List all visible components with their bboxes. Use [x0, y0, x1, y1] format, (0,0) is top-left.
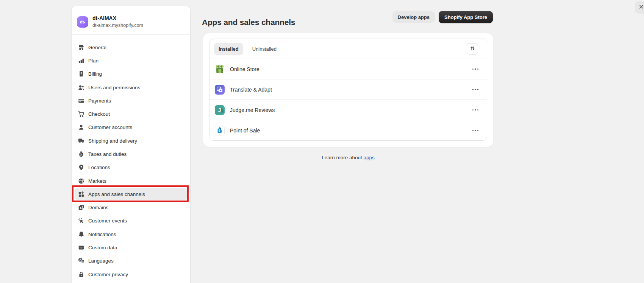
app-row-point-of-sale[interactable]: SPoint of Sale	[209, 120, 487, 140]
app-name: Judge.me Reviews	[230, 107, 275, 113]
learn-more-text: Learn more about apps	[203, 155, 493, 160]
sidebar-item-label: General	[88, 45, 106, 50]
sidebar-item-label: Billing	[88, 71, 102, 77]
sidebar-item-label: Apps and sales channels	[88, 191, 145, 197]
tab-installed[interactable]: Installed	[214, 43, 243, 55]
develop-apps-button[interactable]: Develop apps	[392, 11, 435, 23]
apps-list-box: InstalledUninstalled Online StoreTransla…	[209, 39, 487, 141]
sidebar-item-label: Languages	[88, 258, 114, 264]
apps-grid-icon	[78, 191, 84, 197]
settings-nav: GeneralPlanBillingUsers and permissionsP…	[72, 35, 190, 283]
tax-bag-icon	[78, 151, 84, 158]
sidebar-item-label: Custom data	[88, 245, 117, 250]
tab-uninstalled[interactable]: Uninstalled	[252, 46, 277, 52]
sidebar-item-label: Markets	[88, 178, 106, 184]
sidebar-item-label: Notifications	[88, 232, 116, 237]
close-button[interactable]	[635, 1, 644, 14]
svg-text:J: J	[218, 107, 221, 113]
sidebar-item-users-and-permissions[interactable]: Users and permissions	[75, 81, 187, 93]
credit-card-icon	[78, 97, 84, 104]
app-name: Online Store	[230, 66, 259, 72]
svg-text:S: S	[218, 129, 220, 132]
page-title: Apps and sales channels	[202, 18, 295, 27]
settings-sidebar: dt- dt-AIMAX dt-aimax.myshopify.com Gene…	[71, 6, 191, 283]
store-avatar: dt-	[77, 16, 88, 28]
sidebar-item-label: Customer privacy	[88, 272, 128, 277]
app-row-judge-me-reviews[interactable]: JJudge.me Reviews	[209, 100, 487, 120]
translate-adapt-icon	[215, 85, 225, 95]
apps-rows: Online StoreTranslate & AdaptJJudge.me R…	[209, 59, 487, 140]
sidebar-item-custom-data[interactable]: Custom data	[75, 242, 187, 254]
sidebar-item-languages[interactable]: ALanguages	[75, 255, 187, 267]
store-name: dt-AIMAX	[92, 15, 143, 22]
sidebar-item-domains[interactable]: Domains	[75, 202, 187, 214]
settings-modal-page: { "store": { "initials": "dt-", "name": …	[0, 0, 644, 283]
chart-icon	[78, 57, 84, 64]
row-actions-ellipsis-button[interactable]	[472, 66, 480, 72]
sidebar-item-label: Users and permissions	[88, 85, 140, 90]
cursor-click-icon	[78, 218, 84, 224]
sidebar-item-shipping-and-delivery[interactable]: Shipping and delivery	[75, 135, 187, 147]
cart-icon	[78, 111, 84, 118]
sidebar-item-label: Taxes and duties	[88, 151, 127, 157]
sidebar-item-checkout[interactable]: Checkout	[75, 108, 187, 120]
online-store-icon	[215, 64, 225, 74]
sidebar-item-label: Domains	[88, 205, 108, 210]
app-name: Translate & Adapt	[230, 87, 272, 93]
app-row-online-store[interactable]: Online Store	[209, 59, 487, 79]
sidebar-item-label: Customer accounts	[88, 124, 132, 130]
sidebar-item-customer-events[interactable]: Customer events	[75, 215, 187, 227]
sidebar-item-label: Customer events	[88, 218, 127, 224]
shopify-app-store-button[interactable]: Shopify App Store	[439, 11, 493, 23]
storefront-icon	[78, 44, 84, 51]
row-actions-ellipsis-button[interactable]	[472, 87, 480, 93]
sidebar-item-taxes-and-duties[interactable]: Taxes and duties	[75, 148, 187, 160]
sidebar-item-customer-accounts[interactable]: Customer accounts	[75, 121, 187, 134]
close-icon	[638, 4, 644, 11]
app-row-translate-adapt[interactable]: Translate & Adapt	[209, 79, 487, 100]
apps-tabs-row: InstalledUninstalled	[209, 39, 487, 59]
sort-button[interactable]	[467, 43, 478, 54]
sort-arrows-icon	[470, 45, 475, 52]
sidebar-item-notifications[interactable]: Notifications	[75, 228, 187, 240]
domains-icon	[78, 204, 84, 211]
map-pin-icon	[78, 164, 84, 171]
sidebar-item-label: Shipping and delivery	[88, 138, 137, 144]
sidebar-item-payments[interactable]: Payments	[75, 95, 187, 107]
sidebar-item-label: Locations	[88, 165, 110, 170]
sidebar-item-plan[interactable]: Plan	[75, 54, 187, 67]
receipt-icon	[78, 71, 84, 78]
translate-icon: A	[78, 258, 84, 264]
apps-card: InstalledUninstalled Online StoreTransla…	[203, 33, 493, 147]
store-meta: dt-AIMAX dt-aimax.myshopify.com	[92, 15, 143, 28]
learn-more-prefix: Learn more about	[322, 155, 363, 160]
sidebar-item-locations[interactable]: Locations	[75, 162, 187, 174]
lock-icon	[78, 271, 84, 278]
sidebar-item-apps-and-sales-channels[interactable]: Apps and sales channels	[75, 188, 187, 200]
sidebar-item-general[interactable]: General	[75, 41, 187, 53]
globe-icon: $	[78, 177, 84, 184]
sidebar-item-label: Checkout	[88, 111, 110, 117]
sidebar-item-billing[interactable]: Billing	[75, 68, 187, 80]
row-actions-ellipsis-button[interactable]	[472, 128, 480, 134]
header-actions: Develop apps Shopify App Store	[392, 11, 493, 23]
svg-text:$: $	[81, 181, 83, 184]
truck-icon	[78, 137, 84, 144]
app-name: Point of Sale	[230, 128, 260, 134]
person-icon	[78, 124, 84, 131]
svg-text:A: A	[79, 259, 81, 261]
users-icon	[78, 84, 84, 91]
data-box-icon	[78, 244, 84, 251]
sidebar-item-clipped[interactable]	[75, 281, 187, 283]
sidebar-item-label: Plan	[88, 58, 98, 64]
store-header: dt- dt-AIMAX dt-aimax.myshopify.com	[72, 6, 190, 35]
point-of-sale-icon: S	[215, 126, 225, 135]
store-domain: dt-aimax.myshopify.com	[92, 23, 143, 29]
sidebar-item-customer-privacy[interactable]: Customer privacy	[75, 268, 187, 280]
bell-icon	[78, 231, 84, 238]
sidebar-item-label: Payments	[88, 98, 111, 104]
row-actions-ellipsis-button[interactable]	[472, 107, 480, 113]
apps-link[interactable]: apps	[364, 155, 375, 160]
sidebar-item-markets[interactable]: $Markets	[75, 175, 187, 187]
judgeme-icon: J	[215, 105, 225, 115]
